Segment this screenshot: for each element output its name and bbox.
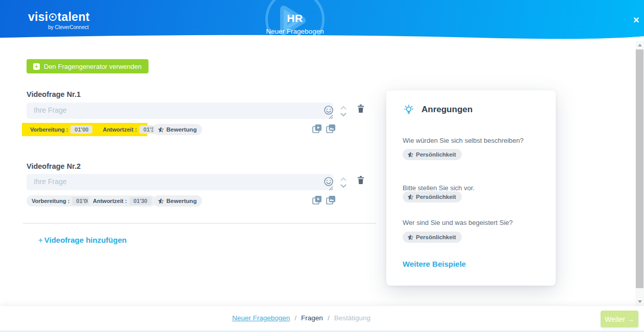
scrollbar-thumb[interactable] (636, 49, 643, 288)
add-question-link[interactable]: + Videofrage hinzufügen (38, 236, 127, 244)
attach-image-icon[interactable] (326, 124, 336, 134)
preparation-value[interactable]: 01'00 (70, 125, 92, 134)
preparation-label: Vorbereitung : (32, 198, 69, 204)
plus-icon: + (38, 236, 43, 244)
move-up-icon[interactable] (340, 177, 346, 181)
answer-time-label: Antwortzeit : (93, 198, 127, 204)
generator-button-label: Den Fragengenerator verwenden (44, 63, 142, 70)
suggestion-tag: Persönlichkeit (403, 232, 462, 243)
star-icon (407, 194, 414, 200)
logo-subtitle: by CleverConnect (28, 24, 90, 30)
rating-toggle[interactable]: Bewertung (153, 195, 202, 207)
star-icon (407, 234, 414, 241)
generator-plus-icon: + (33, 63, 40, 70)
breadcrumb-step-new-questionnaire[interactable]: Neuer Fragebogen (232, 314, 290, 322)
question-1-input[interactable] (27, 103, 333, 119)
logo-lens-icon (49, 13, 57, 21)
question-1-title: Videofrage Nr.1 (27, 90, 81, 98)
lightbulb-icon (403, 104, 415, 116)
tag-label: Persönlichkeit (416, 194, 456, 200)
close-icon[interactable]: ✕ (631, 14, 641, 26)
preparation-label: Vorbereitung : (30, 126, 68, 133)
header-wave-decoration (0, 34, 644, 41)
breadcrumb-separator: / (294, 314, 296, 322)
visiotalent-logo: visitalent by CleverConnect (28, 10, 90, 30)
answer-time-label: Antwortzeit : (103, 126, 137, 133)
resize-grip-icon[interactable] (328, 186, 333, 191)
logo-text-left: visi (28, 10, 48, 24)
footer-bar: Neuer Fragebogen / Fragen / Bestätigung … (0, 306, 644, 332)
section-divider (23, 223, 376, 224)
resize-grip-icon[interactable] (328, 114, 333, 119)
logo-text-right: talent (58, 10, 90, 24)
emoji-picker-icon[interactable] (324, 176, 334, 187)
breadcrumb: Neuer Fragebogen / Fragen / Bestätigung (232, 314, 370, 322)
question-2-input[interactable] (27, 174, 333, 190)
question-generator-button[interactable]: + Den Fragengenerator verwenden (27, 59, 148, 73)
rating-label: Bewertung (166, 198, 196, 204)
suggestion-tag: Persönlichkeit (403, 149, 462, 160)
header: visitalent by CleverConnect HR Neuer Fra… (0, 0, 644, 41)
move-down-icon[interactable] (340, 184, 346, 188)
breadcrumb-step-questions: Fragen (301, 314, 323, 322)
preparation-time-badge: Vorbereitung : 01'00 (25, 124, 96, 135)
star-icon (158, 198, 164, 205)
add-question-label: Videofrage hinzufügen (44, 236, 127, 244)
attach-video-icon[interactable] (312, 195, 322, 205)
answer-time-badge: Antwortzeit : 01'30 (88, 195, 156, 207)
breadcrumb-separator: / (328, 314, 330, 322)
suggestion-question[interactable]: Bitte stellen Sie sich vor. (403, 184, 475, 192)
next-button[interactable]: Weiter → (601, 311, 638, 327)
move-down-icon[interactable] (340, 113, 346, 117)
attach-image-icon[interactable] (326, 195, 336, 205)
campaign-badge: HR (265, 12, 325, 24)
attach-video-icon[interactable] (312, 124, 322, 134)
rating-label: Bewertung (166, 126, 196, 133)
scroll-down-arrow-icon[interactable] (635, 297, 644, 306)
star-icon (158, 126, 164, 133)
delete-question-icon[interactable] (357, 105, 364, 113)
suggestions-title: Anregungen (422, 105, 473, 115)
rating-toggle[interactable]: Bewertung (153, 124, 202, 135)
suggestions-panel: Anregungen Wie würden Sie sich selbst be… (386, 90, 556, 286)
content-scrollbar[interactable] (635, 41, 644, 306)
suggestion-tag: Persönlichkeit (403, 191, 462, 202)
more-examples-link[interactable]: Weitere Beispiele (403, 260, 466, 268)
breadcrumb-step-confirmation: Bestätigung (334, 314, 370, 322)
tag-label: Persönlichkeit (416, 234, 456, 240)
suggestion-question[interactable]: Wie würden Sie sich selbst beschreiben? (403, 137, 524, 144)
question-2-title: Videofrage Nr.2 (27, 162, 81, 170)
delete-question-icon[interactable] (357, 176, 364, 184)
move-up-icon[interactable] (340, 106, 346, 110)
suggestion-question[interactable]: Wer sind Sie und was begeistert Sie? (403, 219, 513, 226)
tag-label: Persönlichkeit (416, 151, 456, 158)
question-1-timing-highlight: Vorbereitung : 01'00 Antwortzeit : 01'30 (22, 123, 147, 136)
page: visitalent by CleverConnect HR Neuer Fra… (0, 0, 644, 332)
answer-time-value[interactable]: 01'30 (130, 197, 152, 205)
star-icon (407, 151, 414, 158)
emoji-picker-icon[interactable] (324, 105, 334, 115)
scroll-up-arrow-icon[interactable] (635, 41, 644, 49)
